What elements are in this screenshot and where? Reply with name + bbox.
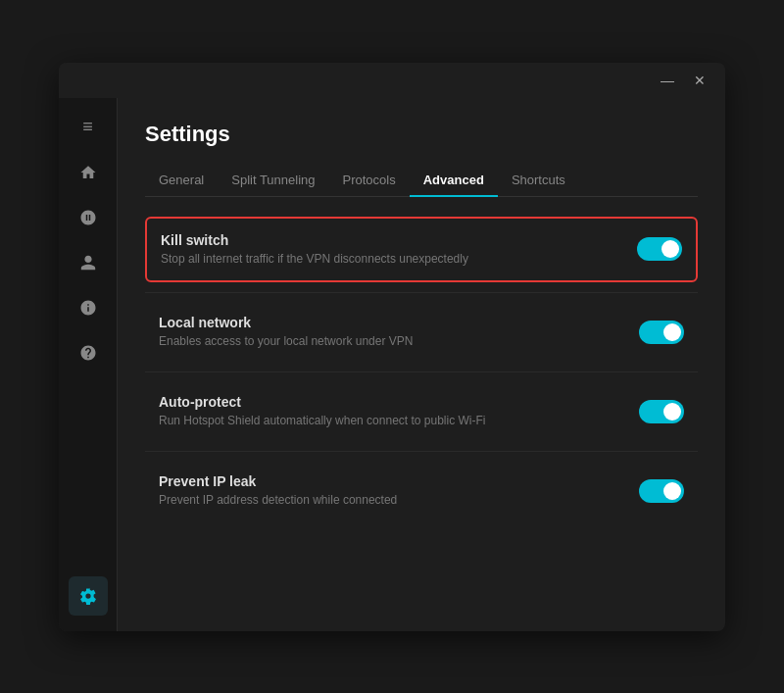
setting-info-kill-switch: Kill switch Stop all internet traffic if… [161, 232, 617, 268]
tab-split-tunneling[interactable]: Split Tunneling [218, 165, 328, 197]
tab-general[interactable]: General [145, 165, 218, 197]
auto-protect-toggle[interactable] [639, 400, 684, 423]
tab-advanced[interactable]: Advanced [410, 165, 498, 197]
prevent-ip-leak-label: Prevent IP leak [159, 473, 619, 489]
kill-switch-toggle[interactable] [637, 237, 682, 261]
setting-info-local-network: Local network Enables access to your loc… [159, 315, 619, 350]
close-button[interactable]: ✕ [686, 71, 713, 90]
setting-row-local-network: Local network Enables access to your loc… [145, 299, 698, 366]
divider-3 [145, 451, 698, 452]
auto-protect-desc: Run Hotspot Shield automatically when co… [159, 413, 619, 429]
auto-protect-label: Auto-protect [159, 394, 619, 410]
local-network-desc: Enables access to your local network und… [159, 333, 619, 350]
sidebar-icon-speed[interactable] [69, 198, 108, 237]
sidebar-icon-settings[interactable] [69, 576, 108, 616]
divider-1 [145, 292, 698, 293]
tabs-bar: General Split Tunneling Protocols Advanc… [145, 165, 698, 197]
prevent-ip-leak-desc: Prevent IP address detection while conne… [159, 492, 619, 509]
title-bar: — ✕ [59, 63, 725, 98]
content-area: ≡ Settings [59, 98, 725, 631]
local-network-toggle[interactable] [639, 321, 684, 344]
sidebar-icon-menu[interactable]: ≡ [69, 108, 108, 147]
main-panel: Settings General Split Tunneling Protoco… [118, 98, 725, 631]
prevent-ip-leak-toggle[interactable] [639, 479, 684, 503]
tab-shortcuts[interactable]: Shortcuts [498, 165, 579, 197]
tab-protocols[interactable]: Protocols [329, 165, 410, 197]
kill-switch-desc: Stop all internet traffic if the VPN dis… [161, 251, 617, 268]
kill-switch-slider [637, 237, 682, 261]
local-network-slider [639, 321, 684, 344]
sidebar-icon-home[interactable] [69, 153, 108, 192]
page-title: Settings [145, 122, 698, 147]
minimize-button[interactable]: — [653, 71, 682, 90]
divider-2 [145, 371, 698, 372]
sidebar-icon-help[interactable] [69, 333, 108, 372]
sidebar: ≡ [59, 98, 118, 631]
local-network-label: Local network [159, 315, 619, 330]
sidebar-icon-info[interactable] [69, 288, 108, 327]
sidebar-icon-account[interactable] [69, 243, 108, 282]
auto-protect-slider [639, 400, 684, 423]
settings-list: Kill switch Stop all internet traffic if… [145, 217, 698, 528]
app-window: — ✕ ≡ [59, 63, 725, 631]
kill-switch-label: Kill switch [161, 232, 617, 248]
prevent-ip-leak-slider [639, 479, 684, 503]
setting-info-auto-protect: Auto-protect Run Hotspot Shield automati… [159, 394, 619, 429]
setting-info-prevent-ip-leak: Prevent IP leak Prevent IP address detec… [159, 473, 619, 509]
setting-row-kill-switch: Kill switch Stop all internet traffic if… [145, 217, 698, 283]
setting-row-auto-protect: Auto-protect Run Hotspot Shield automati… [145, 378, 698, 445]
setting-row-prevent-ip-leak: Prevent IP leak Prevent IP address detec… [145, 458, 698, 524]
